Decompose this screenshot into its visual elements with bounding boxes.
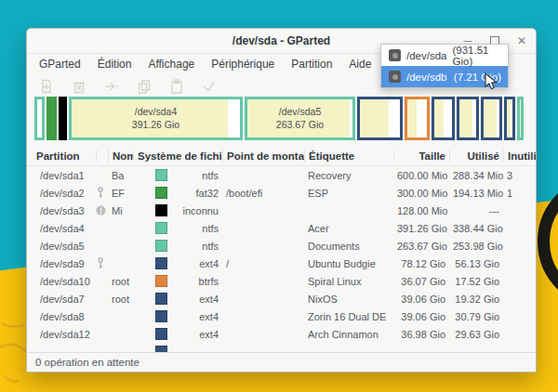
table-row[interactable]: /dev/sda9ext4/Ubuntu Budgie78.12 Gio56.1… — [27, 255, 536, 272]
partition-etiquette: Documents — [304, 241, 393, 252]
menu-item-gparted[interactable]: GParted — [31, 54, 89, 74]
partition-size: 300.00 Mio — [393, 188, 449, 199]
partition-size: 39.06 Gio — [393, 311, 449, 322]
fs-type: inconnu — [182, 205, 219, 216]
partition-unused: 1 — [503, 188, 536, 199]
menu-item-affichage[interactable]: Affichage — [140, 54, 203, 74]
menu-item-edition[interactable]: Édition — [89, 54, 140, 74]
table-row[interactable]: /dev/sda4ntfsAcer391.26 Gio338.44 Gio — [27, 219, 536, 237]
bar-segment-sda2[interactable] — [46, 97, 57, 140]
partition-table: PartitionNomSystème de fichiersPoint de … — [27, 147, 536, 355]
column-header[interactable]: Étiquette — [304, 150, 393, 163]
fs-type: ext4 — [199, 294, 219, 305]
table-row[interactable]: /dev/sda3Miinconnu128.00 Mio--- — [27, 202, 536, 219]
menu-item-partition[interactable]: Partition — [283, 54, 340, 74]
column-header[interactable]: Taille — [393, 150, 449, 163]
mouse-cursor — [485, 72, 498, 91]
column-header[interactable]: Partition — [27, 150, 96, 162]
fs-color-swatch — [155, 293, 167, 305]
table-row[interactable]: /dev/sda12ext4Arch Cinnamon36.98 Gio29.6… — [27, 325, 536, 343]
partition-size: 600.00 Mio — [393, 170, 449, 181]
bar-segment-size: 263.67 Gio — [276, 119, 324, 132]
bar-segment-sda3[interactable] — [59, 97, 67, 140]
partition-label-name: root — [108, 276, 133, 287]
partition-size: 36.98 Gio — [393, 329, 449, 340]
bar-segment-sda12[interactable] — [481, 97, 502, 140]
resize-move-button[interactable] — [103, 78, 119, 94]
partition-used: --- — [449, 205, 503, 216]
bar-segment-sda7[interactable] — [432, 97, 455, 140]
table-row[interactable]: /dev/sda10rootbtrfsSpiral Linux36.07 Gio… — [27, 272, 536, 290]
device-option-sda[interactable]: /dev/sda (931.51 Gio) — [381, 45, 508, 66]
fs-color-swatch — [155, 310, 167, 322]
fs-type: ntfs — [202, 170, 219, 181]
fs-color-swatch — [155, 275, 167, 287]
filesystem-cell: ext4 — [133, 257, 222, 269]
partition-label-name: root — [108, 294, 133, 305]
partition-used: 17.52 Gio — [449, 276, 503, 287]
filesystem-cell: inconnu — [133, 204, 222, 216]
menu-item-aide[interactable]: Aide — [340, 54, 379, 74]
paste-button[interactable] — [168, 78, 184, 94]
bar-segment-name: /dev/sda5 — [279, 106, 322, 119]
filesystem-cell: fat32 — [133, 187, 222, 199]
partition-size: 39.06 Gio — [393, 294, 449, 305]
partition-name: /dev/sda2 — [27, 188, 96, 199]
menu-item-peripherique[interactable]: Périphérique — [203, 54, 283, 74]
fs-type: ext4 — [199, 329, 219, 340]
bar-segment-sda10[interactable] — [405, 97, 430, 140]
copy-button[interactable] — [136, 78, 152, 94]
flag-cell — [96, 205, 108, 216]
bar-segment-sda9[interactable] — [357, 97, 403, 140]
partition-etiquette: Zorin 16 Dual DE — [304, 311, 393, 322]
apply-operations-icon — [202, 79, 217, 94]
apply-operations-button[interactable] — [201, 78, 217, 94]
fs-color-swatch — [155, 240, 167, 252]
bar-segment-sda8[interactable] — [457, 97, 479, 140]
column-header[interactable]: Système de fichiers — [133, 150, 222, 163]
partition-used: 30.79 Gio — [449, 311, 503, 322]
table-row[interactable]: /dev/sda1BantfsRecovery600.00 Mio288.34 … — [27, 166, 536, 184]
bar-segment-sda6[interactable] — [517, 97, 524, 140]
drive-harddisk-icon — [389, 49, 401, 61]
new-partition-button[interactable] — [38, 78, 54, 94]
close-button[interactable]: ✕ — [515, 34, 528, 47]
partition-name: /dev/sda3 — [27, 205, 96, 216]
column-header[interactable]: Inutilisé — [503, 150, 536, 163]
device-name: /dev/sdb — [406, 72, 446, 83]
key-icon — [96, 187, 105, 199]
partition-name: /dev/sda4 — [27, 223, 96, 234]
partition-etiquette: Recovery — [304, 170, 393, 181]
bar-segment-sda1[interactable] — [34, 97, 45, 140]
partition-etiquette: Arch Cinnamon — [304, 329, 393, 340]
partition-name: /dev/sda8 — [27, 311, 96, 322]
table-row[interactable]: /dev/sda8ext4Zorin 16 Dual DE39.06 Gio30… — [27, 307, 536, 325]
column-header[interactable]: Nom — [108, 150, 133, 163]
partition-etiquette: Spiral Linux — [304, 276, 393, 287]
table-row[interactable]: /dev/sda7rootext4NixOS39.06 Gio19.32 Gio — [27, 290, 536, 307]
partition-etiquette: NixOS — [304, 294, 393, 305]
bar-segment-name: /dev/sda4 — [135, 106, 178, 119]
filesystem-cell: btrfs — [133, 275, 222, 287]
flag-cell — [96, 257, 108, 269]
table-row[interactable]: /dev/sda2EFfat32/boot/efiESP300.00 Mio19… — [27, 184, 536, 202]
fs-color-swatch — [155, 257, 167, 269]
column-header[interactable]: Point de montage — [222, 150, 304, 163]
bar-segment-sda11[interactable] — [504, 97, 515, 140]
partition-used: 19.32 Gio — [449, 294, 503, 305]
flag-cell — [96, 187, 108, 199]
device-size: (931.51 Gio) — [452, 45, 501, 67]
filesystem-cell: ext4 — [133, 328, 222, 340]
column-header[interactable]: Utilisé — [449, 150, 503, 163]
pending-operations-text: 0 opération en attente — [35, 357, 140, 368]
table-row[interactable]: /dev/sda5ntfsDocuments263.67 Gio253.98 G… — [27, 237, 536, 255]
partition-name: /dev/sda7 — [27, 294, 96, 305]
partition-used: 56.13 Gio — [449, 258, 503, 269]
delete-partition-button[interactable] — [71, 78, 86, 94]
bar-segment-sda5[interactable]: /dev/sda5263.67 Gio — [245, 97, 355, 140]
fs-type: ntfs — [202, 241, 219, 252]
filesystem-cell: ntfs — [133, 169, 222, 181]
partition-used: 29.63 Gio — [449, 329, 503, 340]
partition-size: 36.07 Gio — [393, 276, 449, 287]
bar-segment-sda4[interactable]: /dev/sda4391.26 Gio — [69, 97, 243, 140]
